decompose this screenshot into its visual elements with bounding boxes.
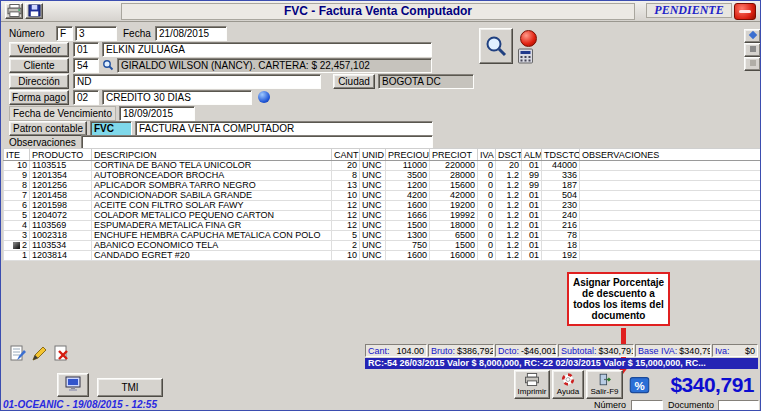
mini-toolbar-button-1[interactable] [744,29,761,43]
cell[interactable]: 3 [4,231,30,241]
cell[interactable] [580,191,761,201]
cell[interactable]: 9 [4,171,30,181]
cell[interactable]: 0 [478,211,496,221]
cell[interactable]: 01 [522,251,542,261]
cell[interactable] [580,201,761,211]
mini-toolbar-button-2[interactable] [744,43,761,57]
cell[interactable]: 15600 [430,181,478,191]
cell[interactable]: 504 [542,191,580,201]
cell[interactable]: ABANICO ECONOMICO TELA [92,241,332,251]
cell[interactable]: 19992 [430,211,478,221]
cell[interactable]: 230 [542,201,580,211]
table-row[interactable]: 91201354AUTOBRONCEADOR BROCHA8UNC3500280… [4,171,761,181]
cell[interactable]: 1.2 [496,211,522,221]
cell[interactable]: 8 [4,181,30,191]
cell[interactable]: 187 [542,181,580,191]
patron-contable-button[interactable]: Patron contable [9,121,87,136]
vendedor-code-field[interactable]: 01 [73,42,99,57]
cell[interactable]: 4200 [386,191,430,201]
cell[interactable]: 0 [478,231,496,241]
cell[interactable]: ESPUMADERA METALICA FINA GR [92,221,332,231]
cell[interactable]: ENCHUFE HEMBRA CAPUCHA METALICA CON POLO [92,231,332,241]
cell[interactable]: 0 [478,161,496,171]
cell[interactable]: 42000 [430,191,478,201]
vendedor-button[interactable]: Vendedor [9,42,69,57]
cell[interactable]: 10 [332,191,360,201]
items-table[interactable]: ITEPRODUCTODESCRIPCIONCANTUNIDPRECIOUPRE… [3,148,761,261]
cell[interactable]: 10 [332,251,360,261]
cell[interactable] [580,171,761,181]
cell[interactable]: 1.2 [496,171,522,181]
vencimiento-field[interactable]: 18/09/2015 [119,106,195,121]
cell[interactable]: 1500 [386,221,430,231]
imprimir-button[interactable]: Imprimir [514,370,550,399]
cancel-icon[interactable] [520,30,537,47]
cell[interactable]: 99 [522,171,542,181]
table-row[interactable]: 41103569ESPUMADERA METALICA FINA GR12UNC… [4,221,761,231]
cell[interactable]: 1500 [430,241,478,251]
numero-footer-field[interactable] [631,400,663,411]
cell[interactable]: 13 [332,181,360,191]
cell[interactable]: 01 [522,211,542,221]
forma-pago-field[interactable]: CREDITO 30 DIAS [102,90,252,105]
cell[interactable]: 0 [478,251,496,261]
cell[interactable]: 0 [478,171,496,181]
cell[interactable]: 1201598 [30,201,92,211]
cell[interactable]: 750 [386,241,430,251]
cell[interactable]: 5 [4,211,30,221]
patron-code-field[interactable]: FVC [90,121,132,136]
vendedor-name-field[interactable]: ELKIN ZULUAGA [102,42,432,57]
exit-red-icon[interactable] [734,3,756,20]
cell[interactable] [580,251,761,261]
cell[interactable]: 1200 [386,181,430,191]
cell[interactable] [580,231,761,241]
cell[interactable]: 1 [4,251,30,261]
table-row[interactable]: 101103515CORTINA DE BAÑO TELA UNICOLOR20… [4,161,761,171]
search-button[interactable] [479,28,513,64]
cell[interactable]: 4 [4,221,30,231]
cell[interactable]: 1204072 [30,211,92,221]
cell[interactable]: 1103569 [30,221,92,231]
direccion-button[interactable]: Dirección [9,74,69,89]
cell[interactable]: 01 [522,201,542,211]
ciudad-field[interactable]: BOGOTA DC [378,74,474,89]
cell[interactable]: 11000 [386,161,430,171]
cell[interactable]: 01 [522,191,542,201]
cliente-name-field[interactable]: GIRALDO WILSON (NANCY). CARTERA: $ 22,45… [117,58,432,73]
cell[interactable]: 1.2 [496,201,522,211]
cell[interactable]: 28000 [430,171,478,181]
cell[interactable]: 8 [332,171,360,181]
terminal-button[interactable] [57,373,89,397]
cell[interactable]: 1.2 [496,221,522,231]
cell[interactable]: 7 [4,191,30,201]
table-row[interactable]: 11203814CANDADO EGRET #2010UNC1600160000… [4,251,761,261]
cell[interactable]: 99 [522,181,542,191]
cell[interactable]: 3500 [386,171,430,181]
cell[interactable]: 18 [542,241,580,251]
cell[interactable]: 1203814 [30,251,92,261]
cell[interactable]: 240 [542,211,580,221]
cell[interactable]: 1103534 [30,241,92,251]
cell[interactable]: 01 [522,221,542,231]
patron-desc-field[interactable]: FACTURA VENTA COMPUTADOR [135,121,433,136]
table-row[interactable]: 71201458ACONDICIONADOR SABILA GRANDE10UN… [4,191,761,201]
cell[interactable]: UNC [360,161,386,171]
table-row[interactable]: 31002318ENCHUFE HEMBRA CAPUCHA METALICA … [4,231,761,241]
client-search-icon[interactable] [102,59,114,73]
pencil-icon[interactable] [31,345,48,364]
table-row[interactable]: 51204072COLADOR METALICO PEQUEÑO CARTON1… [4,211,761,221]
cell[interactable]: 6500 [430,231,478,241]
cell[interactable]: 12 [332,221,360,231]
info-icon[interactable] [258,91,270,103]
cell[interactable] [580,161,761,171]
cell[interactable]: 1600 [386,201,430,211]
cell[interactable]: 1.2 [496,241,522,251]
cell[interactable]: UNC [360,191,386,201]
direccion-field[interactable]: ND [73,74,321,89]
cell[interactable]: 01 [522,161,542,171]
cliente-code-field[interactable]: 54 [73,58,99,73]
cell[interactable]: 12 [332,211,360,221]
cell[interactable]: 1.2 [496,181,522,191]
ciudad-button[interactable]: Ciudad [333,74,375,89]
print-button[interactable] [5,3,23,19]
